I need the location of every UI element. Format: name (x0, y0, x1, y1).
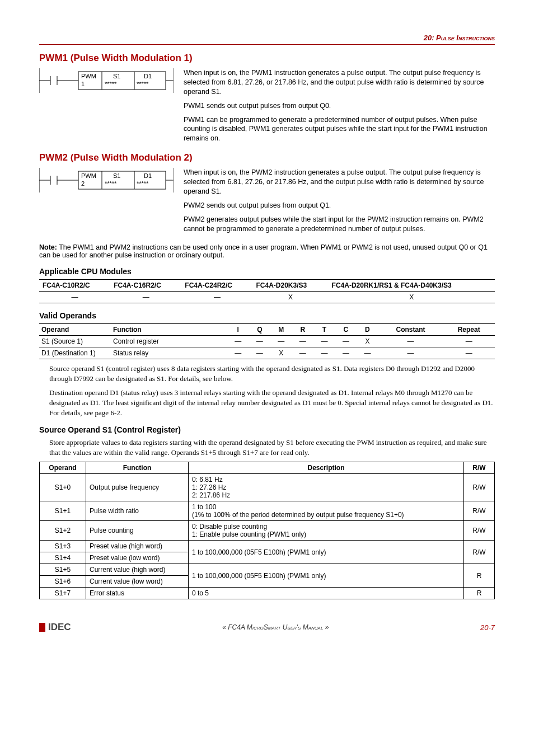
pwm1-paragraph-3: PWM1 can be programmed to generate a pre… (184, 115, 495, 144)
note-label: Note: (39, 243, 57, 251)
col-function: Function (111, 324, 227, 336)
col-operand: Operand (39, 324, 111, 336)
note-paragraph: Note: The PWM1 and PWM2 instructions can… (39, 243, 495, 259)
body-paragraph-2: Destination operand D1 (status relay) us… (49, 388, 495, 417)
svg-text:S1: S1 (113, 73, 120, 79)
svg-text:D1: D1 (144, 73, 152, 79)
col-D: D (357, 324, 378, 336)
idec-logo: IDEC (39, 622, 71, 633)
col-R: R (292, 324, 314, 336)
logo-icon (39, 623, 45, 632)
svg-text:*****: ***** (137, 81, 149, 87)
pwm2-heading: PWM2 (Pulse Width Modulation 2) (39, 152, 495, 163)
col-Q: Q (249, 324, 271, 336)
page-number: 20-7 (480, 623, 495, 632)
pwm2-paragraph-1: When input is on, the PWM2 instruction g… (184, 168, 495, 196)
svg-text:*****: ***** (105, 81, 117, 87)
col-repeat: Repeat (443, 324, 495, 336)
src-col-function: Function (86, 462, 189, 474)
source-operand-table: Operand Function Description R/W S1+0 Ou… (39, 462, 495, 599)
table-row: S1+7 Error status 0 to 5 R (40, 588, 495, 599)
svg-text:D1: D1 (144, 172, 152, 179)
pwm2-paragraph-3: PWM2 generates output pulses while the s… (184, 215, 495, 234)
col-T: T (313, 324, 335, 336)
svg-text:*****: ***** (137, 180, 149, 187)
note-text: The PWM1 and PWM2 instructions can be us… (39, 243, 488, 259)
pwm1-paragraph-1: When input is on, the PWM1 instruction g… (184, 68, 495, 97)
cpu-col-0: FC4A-C10R2/C (39, 280, 110, 292)
pwm1-ladder-diagram: PWM 1 S1 ***** D1 ***** (39, 68, 174, 95)
pwm2-ladder-diagram: PWM 2 S1 ***** D1 ***** (39, 168, 174, 195)
cpu-col-4: FC4A-D20RK1/RS1 & FC4A-D40K3/S3 (329, 280, 495, 292)
svg-text:PWM: PWM (81, 172, 96, 179)
cpu-col-3: FC4A-D20K3/S3 (253, 280, 329, 292)
table-row: — — — X X (39, 292, 495, 303)
col-M: M (270, 324, 292, 336)
logo-text: IDEC (48, 622, 71, 633)
footer-manual-title: « FC4A MicroSmart User's Manual » (222, 623, 329, 631)
col-C: C (335, 324, 357, 336)
applicable-cpu-heading: Applicable CPU Modules (39, 267, 495, 276)
pwm1-paragraph-2: PWM1 sends out output pulses from output… (184, 101, 495, 111)
source-operand-intro: Store appropriate values to data registe… (49, 438, 495, 457)
cpu-col-1: FC4A-C16R2/C (110, 280, 181, 292)
src-col-description: Description (189, 462, 464, 474)
svg-text:2: 2 (81, 180, 85, 187)
cpu-col-2: FC4A-C24R2/C (181, 280, 252, 292)
table-row: S1+3 Preset value (high word) 1 to 100,0… (40, 541, 495, 552)
applicable-cpu-table: FC4A-C10R2/C FC4A-C16R2/C FC4A-C24R2/C F… (39, 279, 495, 303)
table-row: S1+0 Output pulse frequency 0: 6.81 Hz 1… (40, 474, 495, 501)
body-paragraph-1: Source operand S1 (control register) use… (49, 364, 495, 383)
chapter-header: 20: Pulse Instructions (39, 34, 495, 45)
svg-text:S1: S1 (113, 172, 120, 179)
valid-operands-table: Operand Function I Q M R T C D Constant … (39, 323, 495, 359)
svg-text:1: 1 (81, 81, 85, 87)
table-row: D1 (Destination 1) Status relay — — X — … (39, 348, 495, 359)
source-operand-heading: Source Operand S1 (Control Register) (39, 425, 495, 434)
pwm2-paragraph-2: PWM2 sends out output pulses from output… (184, 201, 495, 210)
table-row: S1+1 Pulse width ratio 1 to 100 (1% to 1… (40, 501, 495, 521)
col-constant: Constant (378, 324, 443, 336)
src-col-operand: Operand (40, 462, 86, 474)
pwm1-heading: PWM1 (Pulse Width Modulation 1) (39, 53, 495, 64)
src-col-rw: R/W (464, 462, 495, 474)
table-row: S1 (Source 1) Control register — — — — —… (39, 336, 495, 348)
svg-text:*****: ***** (105, 180, 117, 187)
page-footer: IDEC « FC4A MicroSmart User's Manual » 2… (39, 622, 495, 633)
svg-text:PWM: PWM (81, 73, 96, 79)
table-row: S1+5 Current value (high word) 1 to 100,… (40, 564, 495, 576)
valid-operands-heading: Valid Operands (39, 311, 495, 320)
table-row: S1+2 Pulse counting 0: Disable pulse cou… (40, 521, 495, 541)
col-I: I (227, 324, 249, 336)
